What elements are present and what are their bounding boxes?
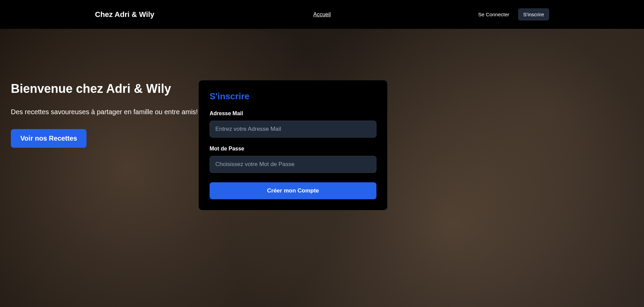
nav-center: Accueil [313, 12, 331, 18]
hero-title: Bienvenue chez Adri & Wily [11, 81, 199, 96]
password-form-group: Mot de Passe [210, 146, 376, 173]
header: Chez Adri & Wily Accueil Se Connecter S'… [0, 0, 644, 29]
hero-section: Bienvenue chez Adri & Wily Des recettes … [0, 29, 644, 307]
signup-title: S'inscrire [210, 91, 376, 102]
view-recipes-button[interactable]: Voir nos Recettes [11, 129, 86, 148]
nav-right: Se Connecter S'inscrire [473, 8, 549, 20]
hero-left: Bienvenue chez Adri & Wily Des recettes … [11, 29, 199, 307]
hero-content: Bienvenue chez Adri & Wily Des recettes … [0, 29, 644, 307]
password-input[interactable] [210, 156, 376, 173]
email-label: Adresse Mail [210, 110, 376, 117]
signup-nav-button[interactable]: S'inscrire [518, 8, 549, 20]
site-logo[interactable]: Chez Adri & Wily [95, 10, 154, 19]
email-input[interactable] [210, 121, 376, 138]
hero-subtitle: Des recettes savoureuses à partager en f… [11, 107, 199, 117]
password-label: Mot de Passe [210, 146, 376, 152]
signup-card: S'inscrire Adresse Mail Mot de Passe Cré… [199, 80, 387, 210]
email-form-group: Adresse Mail [210, 110, 376, 138]
login-button[interactable]: Se Connecter [473, 9, 514, 20]
create-account-button[interactable]: Créer mon Compte [210, 182, 376, 199]
nav-link-home[interactable]: Accueil [313, 12, 331, 17]
